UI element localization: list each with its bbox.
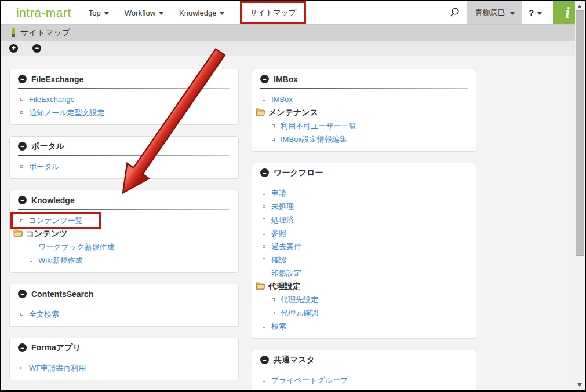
application-window: intra-mart Top Workflow Knowledge サイトマップ… bbox=[0, 0, 586, 392]
square-bullet-icon bbox=[263, 325, 265, 328]
sitemap-link[interactable]: 代理先設定 bbox=[281, 295, 318, 305]
sitemap-link[interactable]: ポータル bbox=[29, 162, 60, 172]
page-title: サイトマップ bbox=[20, 28, 70, 38]
panel-title: Formaアプリ bbox=[31, 343, 81, 353]
square-bullet-icon bbox=[272, 138, 275, 141]
sitemap-link-row: Wiki新規作成 bbox=[27, 254, 230, 267]
chevron-down-icon bbox=[104, 12, 109, 15]
sitemap-link[interactable]: 処理済 bbox=[271, 215, 294, 225]
square-bullet-icon bbox=[263, 232, 265, 235]
collapse-panel-icon[interactable]: − bbox=[18, 142, 27, 151]
nav-item-label: Knowledge bbox=[179, 9, 216, 17]
nav-item-workflow[interactable]: Workflow bbox=[125, 1, 163, 24]
folder-icon bbox=[13, 229, 23, 239]
sitemap-link-row: 代理元確認 bbox=[270, 306, 468, 320]
panel-header: −Knowledge bbox=[18, 195, 230, 205]
sitemap-link[interactable]: 確認 bbox=[271, 255, 286, 265]
folder-icon bbox=[256, 281, 265, 292]
sitemap-link-row: ポータル bbox=[18, 160, 230, 173]
panel-divider bbox=[260, 182, 468, 182]
sitemap-link[interactable]: Wiki新規作成 bbox=[38, 255, 83, 266]
sitemap-link[interactable]: ワークブック新規作成 bbox=[38, 242, 115, 252]
search-icon bbox=[448, 6, 461, 19]
sitemap-link[interactable]: プライベートグループ bbox=[271, 375, 348, 386]
panel-title: ポータル bbox=[31, 141, 64, 152]
panel-title: ContentsSearch bbox=[31, 290, 93, 299]
collapse-panel-icon[interactable]: − bbox=[260, 75, 269, 83]
sitemap-panel: −ポータルポータル bbox=[9, 136, 239, 179]
square-bullet-icon bbox=[263, 98, 265, 101]
panel-title: FileExchange bbox=[31, 75, 83, 84]
sitemap-link[interactable]: IMBox bbox=[271, 95, 293, 104]
scroll-up-icon[interactable] bbox=[577, 5, 582, 8]
sitemap-link-row: 過去案件 bbox=[260, 240, 468, 253]
square-bullet-icon bbox=[272, 312, 275, 314]
folder-row: メンテナンス bbox=[256, 106, 468, 119]
square-bullet-icon bbox=[30, 259, 32, 262]
panel-divider bbox=[18, 155, 230, 156]
square-bullet-icon bbox=[20, 367, 23, 369]
scroll-down-icon[interactable] bbox=[577, 383, 582, 387]
sitemap-link[interactable]: IMBox設定情報編集 bbox=[281, 134, 347, 145]
sitemap-panel: −ContentsSearch全文検索 bbox=[9, 284, 239, 327]
sitemap-link[interactable]: 印影設定 bbox=[271, 268, 301, 279]
collapse-panel-icon[interactable]: − bbox=[18, 196, 27, 204]
sitemap-link[interactable]: 申請 bbox=[271, 188, 286, 199]
panel-title: ワークフロー bbox=[274, 168, 323, 178]
nav-item-label: Workflow bbox=[125, 9, 155, 17]
sitemap-link[interactable]: 全文検索 bbox=[29, 309, 59, 320]
sitemap-link[interactable]: 過去案件 bbox=[271, 241, 301, 252]
panel-title: IMBox bbox=[274, 75, 298, 84]
collapse-all-button[interactable]: − bbox=[32, 44, 41, 53]
nav-item-knowledge[interactable]: Knowledge bbox=[179, 1, 224, 24]
square-bullet-icon bbox=[30, 246, 32, 248]
collapse-panel-icon[interactable]: − bbox=[18, 343, 27, 352]
sitemap-link-row: 処理済 bbox=[260, 213, 468, 226]
title-accent-icon bbox=[12, 28, 15, 37]
square-bullet-icon bbox=[20, 111, 23, 114]
sitemap-link[interactable]: WF申請書再利用 bbox=[29, 363, 86, 373]
nav-item-label: Top bbox=[89, 9, 101, 17]
panel-title: Knowledge bbox=[31, 196, 75, 205]
sitemap-link[interactable]: FileExchange bbox=[29, 95, 75, 104]
nav-item-top[interactable]: Top bbox=[89, 1, 109, 24]
panel-divider bbox=[18, 209, 230, 210]
sitemap-link-row: IMBox設定情報編集 bbox=[270, 133, 468, 146]
collapse-panel-icon[interactable]: − bbox=[260, 168, 269, 177]
sitemap-panel: −共通マスタプライベートグループ bbox=[252, 350, 476, 392]
sitemap-link[interactable]: 通知メール定型文設定 bbox=[29, 108, 105, 118]
help-menu-button[interactable]: ? bbox=[522, 1, 548, 24]
sitemap-panel: −Knowledgeコンテンツ一覧コンテンツワークブック新規作成Wiki新規作成 bbox=[9, 190, 239, 273]
user-menu-button[interactable]: 青柳辰巳 bbox=[467, 1, 522, 24]
sitemap-link-row: 利用不可ユーザー一覧 bbox=[270, 119, 468, 133]
page-title-bar: サイトマップ bbox=[1, 25, 585, 41]
collapse-panel-icon[interactable]: − bbox=[260, 356, 269, 364]
sitemap-panel: −FileExchangeFileExchange通知メール定型文設定 bbox=[9, 69, 239, 125]
panel-divider bbox=[18, 303, 230, 303]
sitemap-link[interactable]: コンテンツ一覧 bbox=[29, 215, 83, 226]
panel-header: −FileExchange bbox=[18, 74, 230, 84]
expand-all-button[interactable]: + bbox=[9, 44, 18, 53]
sitemap-link[interactable]: 代理元確認 bbox=[281, 308, 318, 318]
square-bullet-icon bbox=[263, 192, 265, 195]
sitemap-link[interactable]: 検索 bbox=[271, 321, 286, 332]
sitemap-link-row: IMBox bbox=[260, 93, 468, 106]
nav-item-sitemap[interactable]: サイトマップ bbox=[240, 1, 306, 24]
sitemap-link[interactable]: 利用不可ユーザー一覧 bbox=[281, 121, 356, 131]
sitemap-link-row: 未処理 bbox=[260, 200, 468, 213]
sitemap-link-row: 申請 bbox=[260, 186, 468, 200]
scrollbar-thumb[interactable] bbox=[576, 10, 584, 256]
square-bullet-icon bbox=[263, 205, 265, 208]
sitemap-link[interactable]: 未処理 bbox=[271, 202, 294, 212]
panel-divider bbox=[260, 369, 468, 369]
search-button[interactable] bbox=[442, 1, 467, 24]
panel-header: −ポータル bbox=[18, 141, 230, 151]
collapse-panel-icon[interactable]: − bbox=[18, 75, 27, 83]
sitemap-link-row: 参照 bbox=[260, 226, 468, 240]
panel-header: −IMBox bbox=[260, 74, 468, 84]
square-bullet-icon bbox=[263, 245, 265, 248]
collapse-panel-icon[interactable]: − bbox=[18, 290, 27, 298]
vertical-scrollbar[interactable] bbox=[575, 1, 585, 390]
panel-header: −Formaアプリ bbox=[18, 343, 230, 353]
sitemap-link[interactable]: 参照 bbox=[271, 228, 286, 239]
